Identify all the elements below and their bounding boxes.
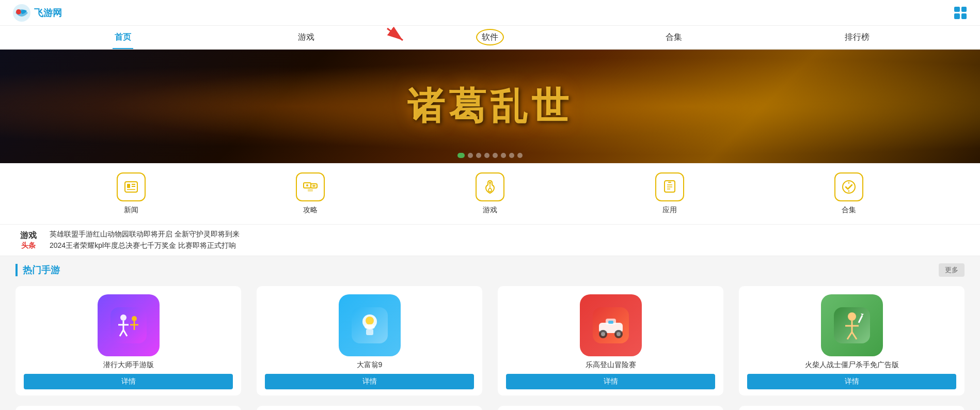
banner-dot-5[interactable] [501,153,506,158]
games-grid: 潜行大师手游版 详情 大富翁9 详情 [0,281,980,410]
category-strategy-label: 攻略 [303,206,318,215]
game-name-0: 潜行大师手游版 [103,360,154,370]
banner-dot-2[interactable] [476,153,481,158]
logo-area[interactable]: 飞游网 [12,4,62,22]
logo-icon [12,4,31,22]
news-badge-top: 游戏 [20,230,37,241]
banner-dot-1[interactable] [468,153,473,158]
header: 飞游网 [0,0,980,26]
header-right [953,6,968,20]
category-games[interactable]: 游戏 [476,172,504,215]
logo-text: 飞游网 [34,7,62,19]
category-strategy[interactable]: 攻略 [296,172,325,215]
news-item-0[interactable]: 英雄联盟手游红山动物园联动即将开启 全新守护灵即将到来 [50,230,965,239]
svg-point-35 [365,324,375,329]
banner-title: 诸葛乱世 [407,82,573,131]
news-item-1[interactable]: 2024王者荣耀kpl年度总决赛七千万奖金 比赛即将正式打响 [50,241,965,250]
svg-point-34 [366,317,374,325]
svg-point-10 [306,184,308,186]
strategy-icon [296,172,325,201]
banner-dots [457,153,523,158]
apps-icon [655,172,684,201]
svg-point-29 [132,316,137,321]
category-news-label: 新闻 [124,206,138,215]
svg-point-46 [848,312,856,321]
nav-item-games[interactable]: 游戏 [215,25,399,49]
banner-dot-6[interactable] [509,153,514,158]
category-apps-label: 应用 [662,206,677,215]
game-card-4 [15,406,241,410]
banner-dot-3[interactable] [484,153,489,158]
svg-rect-14 [308,189,313,192]
category-section: 新闻 攻略 游戏 [0,163,980,225]
game-name-3: 火柴人战士僵尸杀手免广告版 [805,360,899,370]
banner: 诸葛乱世 [0,50,980,163]
detail-btn-3[interactable]: 详情 [747,374,956,389]
game-icon-2 [580,294,642,356]
game-card-0: 潜行大师手游版 详情 [15,286,241,396]
nav-wrapper: 首页 游戏 软件 合集 排行榜 [0,26,980,50]
category-games-label: 游戏 [483,206,497,215]
news-list: 英雄联盟手游红山动物园联动即将开启 全新守护灵即将到来 2024王者荣耀kpl年… [50,230,965,250]
game-icon-1 [339,294,401,356]
game-icon-0 [98,294,160,356]
news-section: 游戏 头条 英雄联盟手游红山动物园联动即将开启 全新守护灵即将到来 2024王者… [0,225,980,256]
category-news[interactable]: 新闻 [117,172,146,215]
svg-point-41 [601,332,605,336]
collection-icon [834,172,863,201]
nav-item-ranking[interactable]: 排行榜 [765,25,949,49]
nav-item-collection[interactable]: 合集 [582,25,766,49]
detail-btn-2[interactable]: 详情 [506,374,715,389]
game-card-5 [257,406,482,410]
game-card-3: 火柴人战士僵尸杀手免广告版 详情 [739,286,965,396]
grid-apps-icon[interactable] [953,6,968,20]
detail-btn-0[interactable]: 详情 [24,374,233,389]
svg-rect-36 [366,329,373,335]
game-name-1: 大富翁9 [357,360,383,370]
hot-games-header: 热门手游 更多 [0,256,980,281]
svg-point-1 [16,9,21,14]
more-button[interactable]: 更多 [939,263,965,277]
banner-text-overlay: 诸葛乱世 [0,50,980,163]
svg-rect-44 [608,321,613,324]
news-badge: 游戏 头条 [15,230,41,250]
games-icon [476,172,504,201]
nav-item-home[interactable]: 首页 [31,25,215,49]
category-apps[interactable]: 应用 [655,172,684,215]
svg-point-42 [617,332,621,336]
game-card-6 [498,406,723,410]
svg-rect-4 [125,182,137,192]
main-nav: 首页 游戏 软件 合集 排行榜 [0,26,980,50]
news-icon [117,172,146,201]
category-collection[interactable]: 合集 [834,172,863,215]
svg-rect-5 [127,184,130,188]
detail-btn-1[interactable]: 详情 [265,374,474,389]
banner-dot-0[interactable] [457,153,465,158]
game-card-2: 乐高登山冒险赛 详情 [498,286,723,396]
nav-item-software[interactable]: 软件 [398,25,582,49]
game-card-1: 大富翁9 详情 [257,286,482,396]
game-name-2: 乐高登山冒险赛 [586,360,636,370]
game-card-7 [739,406,965,410]
banner-dot-7[interactable] [517,153,523,158]
game-icon-3 [821,294,883,356]
banner-dot-4[interactable] [493,153,498,158]
hot-games-title: 热门手游 [15,264,60,276]
svg-point-15 [489,182,491,184]
svg-point-24 [120,314,127,321]
category-collection-label: 合集 [842,206,856,215]
news-badge-bottom: 头条 [21,241,36,250]
